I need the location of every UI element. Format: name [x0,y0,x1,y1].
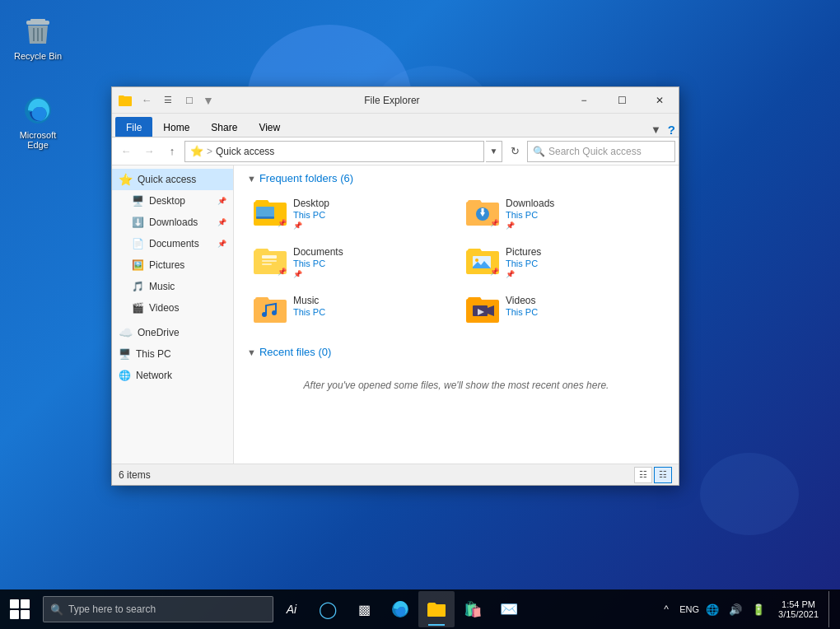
svg-point-14 [475,259,478,262]
tray-volume[interactable]: 🔊 [726,591,745,627]
taskbar: 🔍 Ai ◯ ▩ [0,589,840,629]
tray-clock[interactable]: 1:54 PM 3/15/2021 [772,591,825,627]
refresh-button[interactable]: ↻ [504,141,525,162]
new-folder-tb[interactable]: □ [180,91,199,110]
folder-item-music[interactable]: Music This PC [247,290,453,329]
tray-network[interactable]: 🌐 [702,591,722,627]
tab-view[interactable]: View [248,117,291,137]
documents-folder-info: Documents This PC 📌 [293,246,446,278]
tray-show-hidden[interactable]: ^ [656,591,676,627]
titlebar-toolbar: ← ☰ □ ▼ [112,91,219,110]
frequent-folders-title: Frequent folders (6) [259,172,353,184]
forward-button[interactable]: → [138,141,160,162]
recycle-bin-label: Recycle Bin [14,51,62,61]
downloads-folder-pin: 📌 [506,221,659,230]
taskbar-store[interactable]: 🛍️ [455,591,491,627]
nav-item-network[interactable]: 🌐 Network [112,365,233,386]
nav-item-downloads[interactable]: ⬇️ Downloads 📌 [112,212,233,233]
folder-item-pictures[interactable]: 📌 Pictures This PC 📌 [460,241,665,283]
videos-folder-location: This PC [506,307,659,317]
nav-desktop-label: Desktop [149,195,212,207]
downloads-folder-info: Downloads This PC 📌 [506,198,659,230]
pictures-folder-name: Pictures [506,246,659,258]
documents-folder-icon: 📌 [254,246,287,276]
pin-icon-desktop: 📌 [217,197,226,205]
desktop-folder-location: This PC [293,210,446,220]
ai-button[interactable]: Ai [273,591,310,627]
status-bar: 6 items ☷ ☷ [112,464,679,485]
taskbar-apps: ◯ ▩ 🛍️ ✉️ [310,591,656,627]
recycle-bin-icon[interactable]: Recycle Bin [8,12,68,64]
nav-item-quick-access[interactable]: ⭐ Quick access [112,169,233,190]
frequent-folders-header[interactable]: ▼ Frequent folders (6) [247,172,665,184]
path-separator: > [207,146,212,157]
help-button[interactable]: ? [668,123,675,137]
folder-item-desktop[interactable]: 📌 Desktop This PC 📌 [247,193,453,235]
microsoft-edge-desktop-icon[interactable]: Microsoft Edge [8,91,68,153]
taskbar-search[interactable]: 🔍 [43,596,273,622]
search-box[interactable]: 🔍 [527,141,675,162]
folder-item-videos[interactable]: Videos This PC [460,290,665,329]
back-button[interactable]: ← [115,141,137,162]
nav-item-music[interactable]: 🎵 Music [112,276,233,297]
close-button[interactable]: ✕ [641,87,679,114]
nav-item-desktop[interactable]: 🖥️ Desktop 📌 [112,190,233,212]
desktop-folder-info: Desktop This PC 📌 [293,198,446,230]
nav-this-pc-label: This PC [136,348,226,360]
file-pane: ▼ Frequent folders (6) 📌 [234,165,679,464]
nav-network-label: Network [136,370,226,381]
titlebar: ← ☰ □ ▼ File Explorer − ☐ ✕ [112,87,679,114]
taskbar-file-explorer[interactable] [418,591,455,627]
properties-tb[interactable]: ☰ [158,91,178,110]
videos-nav-icon: 🎬 [132,302,144,314]
folder-item-documents[interactable]: 📌 Documents This PC 📌 [247,241,453,283]
taskbar-cortana[interactable]: ◯ [310,591,346,627]
search-input[interactable] [548,146,670,157]
tab-file[interactable]: File [115,117,152,137]
nav-downloads-label: Downloads [149,217,212,228]
pictures-folder-icon: 📌 [466,246,499,276]
svg-rect-10 [262,255,277,259]
taskbar-mail[interactable]: ✉️ [491,591,527,627]
back-arrow-tb[interactable]: ← [137,91,156,110]
tab-share[interactable]: Share [200,117,248,137]
taskbar-search-icon: 🔍 [50,603,63,616]
nav-item-videos[interactable]: 🎬 Videos [112,297,233,319]
documents-folder-pin: 📌 [293,270,446,278]
maximize-button[interactable]: ☐ [603,87,641,114]
nav-item-documents[interactable]: 📄 Documents 📌 [112,233,233,254]
start-button[interactable] [0,589,40,629]
documents-folder-location: This PC [293,259,446,268]
path-dropdown[interactable]: ▼ [486,141,502,162]
details-view-button[interactable]: ☷ [634,467,652,483]
up-button[interactable]: ↑ [161,141,183,162]
minimize-button[interactable]: − [565,87,603,114]
downloads-folder-name: Downloads [506,198,659,209]
tray-battery[interactable]: 🔋 [749,591,768,627]
recent-files-header[interactable]: ▼ Recent files (0) [247,346,665,358]
onedrive-nav-icon: ☁️ [119,326,133,339]
taskbar-task-view[interactable]: ▩ [346,591,382,627]
recent-chevron: ▼ [247,347,256,357]
nav-videos-label: Videos [149,302,226,314]
nav-item-pictures[interactable]: 🖼️ Pictures [112,254,233,276]
taskbar-search-input[interactable] [68,603,266,615]
status-item-count: 6 items [119,469,634,481]
address-path[interactable]: ⭐ > Quick access [184,141,484,162]
nav-item-this-pc[interactable]: 🖥️ This PC [112,343,233,365]
nav-item-onedrive[interactable]: ☁️ OneDrive [112,322,233,343]
nav-quick-access-label: Quick access [138,174,226,185]
ribbon-collapse: ▼ ? [651,123,675,137]
window-title: File Explorer [219,95,565,106]
folder-item-downloads[interactable]: 📌 Downloads This PC 📌 [460,193,665,235]
show-desktop[interactable] [828,591,833,627]
recent-files-title: Recent files (0) [259,346,331,358]
taskbar-edge[interactable] [382,591,418,627]
collapse-arrow[interactable]: ▼ [651,123,661,136]
folder-icon-tb [115,91,135,110]
ribbon-tabs: File Home Share View ▼ ? [112,114,679,137]
tab-home[interactable]: Home [152,117,200,137]
large-icons-view-button[interactable]: ☷ [654,467,672,483]
tray-language[interactable]: ENG [679,591,699,627]
network-nav-icon: 🌐 [119,370,131,381]
